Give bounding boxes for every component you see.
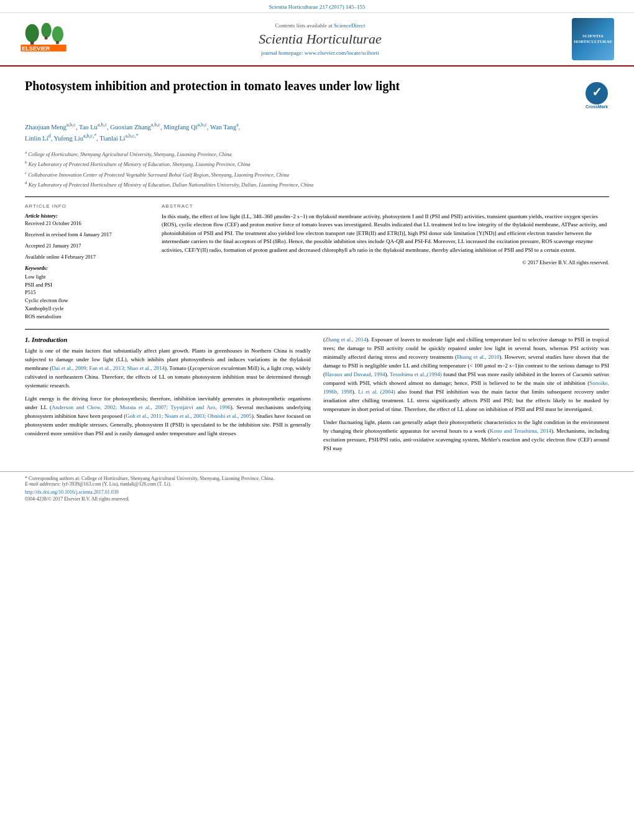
article-main: Photosystem inhibition and protection in… xyxy=(0,67,634,464)
article-info-label: ARTICLE INFO xyxy=(25,203,149,209)
keywords-label: Keywords: xyxy=(25,265,149,271)
issn-line: 0304-4238/© 2017 Elsevier B.V. All right… xyxy=(25,496,609,502)
body-para-4: Under fluctuating light, plants can gene… xyxy=(323,418,609,453)
sciencedirect-link[interactable]: ScienceDirect xyxy=(334,22,365,29)
body-para-3: (Zhang et al., 2014). Exposure of leaves… xyxy=(323,336,609,413)
abstract-text: In this study, the effect of low light (… xyxy=(162,213,609,255)
page-bottom: * Corresponding authors at: College of H… xyxy=(0,471,634,505)
affiliation-b: b Key Laboratory of Protected Horticultu… xyxy=(25,159,609,168)
journal-header: ELSEVIER Contents lists available at Sci… xyxy=(0,13,634,67)
svg-point-4 xyxy=(41,22,52,37)
homepage-label: journal homepage: xyxy=(261,50,303,56)
revised-date: Received in revised form 4 January 2017 xyxy=(25,231,149,238)
history-label: Article history: xyxy=(25,213,149,219)
contents-line: Contents lists available at ScienceDirec… xyxy=(81,22,559,29)
article-title-block: Photosystem inhibition and protection in… xyxy=(25,78,609,115)
keyword-1: Low light xyxy=(25,273,149,281)
body-section: 1. Introduction Light is one of the main… xyxy=(25,329,609,457)
journal-center: Contents lists available at ScienceDirec… xyxy=(81,22,559,56)
authors: Zhaojuan Menga,b,c, Tao Lua,b,c, Guoxian… xyxy=(25,121,609,144)
accepted-date: Accepted 21 January 2017 xyxy=(25,242,149,249)
keyword-6: ROS metabolism xyxy=(25,313,149,321)
journal-volume-info: Scientia Horticulturae 217 (2017) 145–15… xyxy=(269,4,365,10)
crossmark-logo: ✓ CrossMark xyxy=(584,81,609,115)
svg-text:CrossMark: CrossMark xyxy=(586,104,608,109)
available-date: Available online 4 February 2017 xyxy=(25,254,149,260)
svg-point-2 xyxy=(25,24,39,42)
doi-link[interactable]: http://dx.doi.org/10.1016/j.scienta.2017… xyxy=(25,489,609,495)
received-date: Received 21 October 2016 xyxy=(25,220,149,226)
keyword-5: Xanthophyll cycle xyxy=(25,305,149,313)
body-left-col: 1. Introduction Light is one of the main… xyxy=(25,336,311,457)
journal-homepage: journal homepage: www.elsevier.com/locat… xyxy=(81,50,559,56)
svg-text:ELSEVIER: ELSEVIER xyxy=(22,45,50,51)
svg-point-6 xyxy=(52,26,63,42)
svg-rect-7 xyxy=(56,41,59,44)
svg-rect-3 xyxy=(30,41,34,45)
history-block: Article history: Received 21 October 201… xyxy=(25,213,149,260)
article-info-col: ARTICLE INFO Article history: Received 2… xyxy=(25,203,149,321)
journal-logo-box: SCIENTIAHORTICULTURAE xyxy=(572,18,615,60)
svg-rect-5 xyxy=(45,36,48,39)
keyword-2: PSII and PSI xyxy=(25,281,149,289)
affiliation-c: c Collaborative Innovation Center of Pro… xyxy=(25,170,609,179)
abstract-label: ABSTRACT xyxy=(162,203,609,209)
affiliation-a: a College of Horticulture, Shenyang Agri… xyxy=(25,149,609,159)
homepage-url[interactable]: www.elsevier.com/locate/scihorti xyxy=(305,50,379,56)
section1-heading: 1. Introduction xyxy=(25,336,311,343)
article-info-abstract: ARTICLE INFO Article history: Received 2… xyxy=(25,196,609,321)
footnote-corresponding: * Corresponding authors at: College of H… xyxy=(25,476,609,487)
page: Scientia Horticulturae 217 (2017) 145–15… xyxy=(0,0,634,840)
copyright: © 2017 Elsevier B.V. All rights reserved… xyxy=(162,259,609,265)
top-bar: Scientia Horticulturae 217 (2017) 145–15… xyxy=(0,0,634,13)
keyword-3: P515 xyxy=(25,288,149,297)
affiliation-d: d Key Laboratory of Protected Horticultu… xyxy=(25,180,609,189)
svg-text:✓: ✓ xyxy=(592,85,602,99)
article-title: Photosystem inhibition and protection in… xyxy=(25,78,584,95)
abstract-col: ABSTRACT In this study, the effect of lo… xyxy=(162,203,609,321)
keywords-block: Keywords: Low light PSII and PSI P515 Cy… xyxy=(25,265,149,321)
body-para-1: Light is one of the main factors that su… xyxy=(25,347,311,390)
elsevier-logo: ELSEVIER xyxy=(19,22,68,57)
abstract-paragraph: In this study, the effect of low light (… xyxy=(162,213,609,255)
keyword-4: Cyclic electron flow xyxy=(25,297,149,305)
journal-name: Scientia Horticulturae xyxy=(81,31,559,47)
body-para-2: Light energy is the driving force for ph… xyxy=(25,395,311,438)
body-right-col: (Zhang et al., 2014). Exposure of leaves… xyxy=(323,336,609,457)
affiliations: a College of Horticulture, Shenyang Agri… xyxy=(25,149,609,189)
